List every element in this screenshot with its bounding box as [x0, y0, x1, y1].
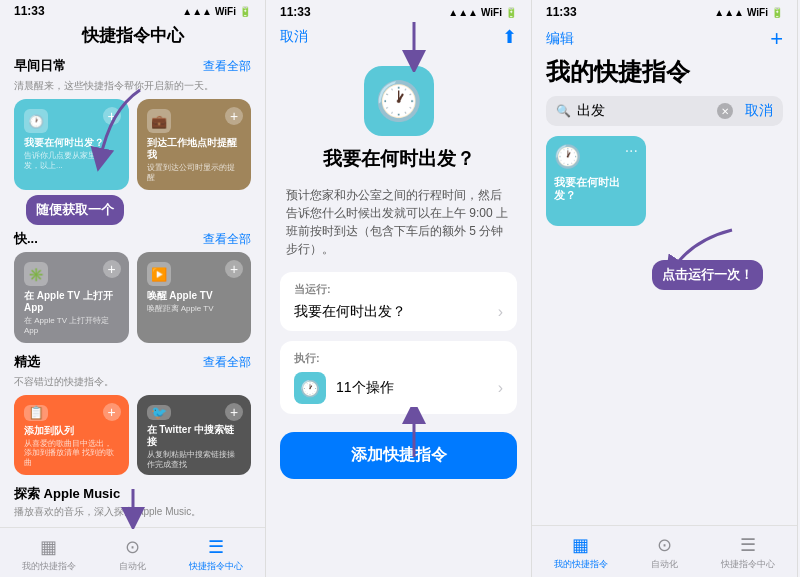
balloon-3: 点击运行一次！	[652, 260, 763, 290]
tab-gallery-1[interactable]: ☰ 快捷指令中心	[189, 536, 243, 573]
cancel-button[interactable]: 取消	[280, 28, 308, 46]
chevron-right-icon-2: ›	[498, 379, 503, 397]
balloon-1: 随便获取一个	[26, 195, 124, 225]
card-twitter-title: 在 Twitter 中搜索链接	[147, 424, 242, 448]
card-depart-plus[interactable]: +	[103, 107, 121, 125]
tab-my-shortcuts-icon-3: ▦	[572, 534, 589, 556]
tab-automation-label-1: 自动化	[119, 560, 146, 573]
section-featured-title: 精选	[14, 353, 40, 371]
status-time-2: 11:33	[280, 5, 311, 19]
battery-icon-3: 🔋	[771, 7, 783, 18]
execute-section[interactable]: 执行: 🕐 11个操作 ›	[280, 341, 517, 414]
tab-gallery-icon-1: ☰	[208, 536, 224, 558]
card-appletv-open-title: 在 Apple TV 上打开 App	[24, 290, 119, 314]
featured-cards-row: 📋 + 添加到队列 从喜爱的歌曲目中选出，添加到播放清单 找到的歌曲 🐦 + 在…	[0, 395, 265, 483]
detail-icon-area: 🕐 我要在何时出发？	[266, 56, 531, 186]
when-running-row: 我要在何时出发？ ›	[294, 303, 503, 321]
share-button[interactable]: ⬆	[502, 26, 517, 48]
card-depart-subtitle: 告诉你几点要从家里出发，以上...	[24, 151, 119, 170]
tab-automation-label-3: 自动化	[651, 558, 678, 571]
tab-bar-1: ▦ 我的快捷指令 ⊙ 自动化 ☰ 快捷指令中心	[0, 527, 265, 577]
wifi-icon-1: WiFi	[215, 6, 236, 17]
execute-row: 🕐 11个操作 ›	[294, 372, 503, 404]
card-appletv-open-icon: ✳️	[24, 262, 48, 286]
signal-icon-2: ▲▲▲	[448, 7, 478, 18]
section-featured: 精选 查看全部	[0, 351, 265, 375]
card-twitter[interactable]: 🐦 + 在 Twitter 中搜索链接 从复制粘贴中搜索链接操作完成查找	[137, 395, 252, 475]
card-remind[interactable]: 💼 + 到达工作地点时提醒我 设置到达公司时显示的提醒	[137, 99, 252, 190]
search-icon: 🔍	[556, 104, 571, 118]
status-bar-2: 11:33 ▲▲▲ WiFi 🔋	[266, 0, 531, 22]
arrow-down-1	[118, 489, 148, 529]
chevron-right-icon-1: ›	[498, 303, 503, 321]
phone3: 11:33 ▲▲▲ WiFi 🔋 编辑 + 我的快捷指令 🔍 出发 ✕ 取消 ·…	[532, 0, 798, 577]
search-bar[interactable]: 🔍 出发 ✕ 取消	[546, 96, 783, 126]
section-quick-title: 快...	[14, 230, 38, 248]
tab-gallery-label-3: 快捷指令中心	[721, 558, 775, 571]
card-depart[interactable]: 🕐 + 我要在何时出发？ 告诉你几点要从家里出发，以上...	[14, 99, 129, 190]
section-featured-desc: 不容错过的快捷指令。	[0, 375, 265, 395]
card-appletv-open-subtitle: 在 Apple TV 上打开特定 App	[24, 316, 119, 335]
shortcut-card-depart[interactable]: ··· 🕐 我要在何时出发？	[546, 136, 646, 226]
shortcut-big-icon: 🕐	[364, 66, 434, 136]
section-featured-link[interactable]: 查看全部	[203, 354, 251, 371]
card-queue-subtitle: 从喜爱的歌曲目中选出，添加到播放清单 找到的歌曲	[24, 439, 119, 468]
status-bar-1: 11:33 ▲▲▲ WiFi 🔋	[0, 0, 265, 20]
card-queue-plus[interactable]: +	[103, 403, 121, 421]
shortcut-card-title: 我要在何时出发？	[554, 176, 638, 202]
morning-cards-row: 🕐 + 我要在何时出发？ 告诉你几点要从家里出发，以上... 💼 + 到达工作地…	[0, 99, 265, 198]
card-appletv-plus[interactable]: +	[103, 260, 121, 278]
page-title-1: 快捷指令中心	[0, 20, 265, 55]
status-icons-1: ▲▲▲ WiFi 🔋	[182, 6, 251, 17]
card-twitter-icon: 🐦	[147, 405, 171, 420]
arrow-down-2	[399, 22, 429, 72]
card-appletv-open[interactable]: ✳️ + 在 Apple TV 上打开 App 在 Apple TV 上打开特定…	[14, 252, 129, 343]
search-cancel-button[interactable]: 取消	[745, 102, 773, 120]
when-running-value: 我要在何时出发？	[294, 303, 406, 321]
tab-my-shortcuts-1[interactable]: ▦ 我的快捷指令	[22, 536, 76, 573]
section-quick-link[interactable]: 查看全部	[203, 231, 251, 248]
battery-icon-1: 🔋	[239, 6, 251, 17]
card-queue[interactable]: 📋 + 添加到队列 从喜爱的歌曲目中选出，添加到播放清单 找到的歌曲	[14, 395, 129, 475]
section-morning-link[interactable]: 查看全部	[203, 58, 251, 75]
tab-bar-3: ▦ 我的快捷指令 ⊙ 自动化 ☰ 快捷指令中心	[532, 525, 797, 577]
when-running-section: 当运行: 我要在何时出发？ ›	[280, 272, 517, 331]
card-remind-title: 到达工作地点时提醒我	[147, 137, 242, 161]
section-morning: 早间日常 查看全部	[0, 55, 265, 79]
shortcut-description: 预计您家和办公室之间的行程时间，然后告诉您什么时候出发就可以在上午 9:00 上…	[266, 186, 531, 272]
tab-gallery-3[interactable]: ☰ 快捷指令中心	[721, 534, 775, 571]
shortcut-dots[interactable]: ···	[625, 142, 638, 160]
execute-label: 执行:	[294, 351, 503, 366]
card-twitter-subtitle: 从复制粘贴中搜索链接操作完成查找	[147, 450, 242, 469]
section-morning-desc: 清晨醒来，这些快捷指令帮你开启新的一天。	[0, 79, 265, 99]
quick-cards-row: ✳️ + 在 Apple TV 上打开 App 在 Apple TV 上打开特定…	[0, 252, 265, 351]
section-quick: 快... 查看全部	[0, 228, 265, 252]
shortcut-grid: ··· 🕐 我要在何时出发？	[532, 136, 797, 226]
card-depart-icon: 🕐	[24, 109, 48, 133]
my-shortcuts-title: 我的快捷指令	[532, 56, 797, 96]
section-morning-title: 早间日常	[14, 57, 66, 75]
add-button[interactable]: +	[770, 26, 783, 52]
status-icons-2: ▲▲▲ WiFi 🔋	[448, 7, 517, 18]
tab-my-shortcuts-3[interactable]: ▦ 我的快捷指令	[554, 534, 608, 571]
card-appletv-wake[interactable]: ▶️ + 唤醒 Apple TV 唤醒距离 Apple TV	[137, 252, 252, 343]
status-time-1: 11:33	[14, 4, 45, 18]
wifi-icon-2: WiFi	[481, 7, 502, 18]
tab-automation-1[interactable]: ⊙ 自动化	[119, 536, 146, 573]
status-time-3: 11:33	[546, 5, 577, 19]
card-twitter-plus[interactable]: +	[225, 403, 243, 421]
search-clear-button[interactable]: ✕	[717, 103, 733, 119]
search-input-value[interactable]: 出发	[577, 102, 711, 120]
status-bar-3: 11:33 ▲▲▲ WiFi 🔋	[532, 0, 797, 22]
when-running-label: 当运行:	[294, 282, 503, 297]
tab-gallery-icon-3: ☰	[740, 534, 756, 556]
card-appletv-wake-subtitle: 唤醒距离 Apple TV	[147, 304, 242, 314]
tab-automation-icon-3: ⊙	[657, 534, 672, 556]
arrow-up-2	[399, 407, 429, 457]
tab-automation-icon-1: ⊙	[125, 536, 140, 558]
card-appletv-wake-plus[interactable]: +	[225, 260, 243, 278]
card-remind-plus[interactable]: +	[225, 107, 243, 125]
edit-button[interactable]: 编辑	[546, 30, 574, 48]
tab-automation-3[interactable]: ⊙ 自动化	[651, 534, 678, 571]
card-queue-title: 添加到队列	[24, 425, 119, 437]
